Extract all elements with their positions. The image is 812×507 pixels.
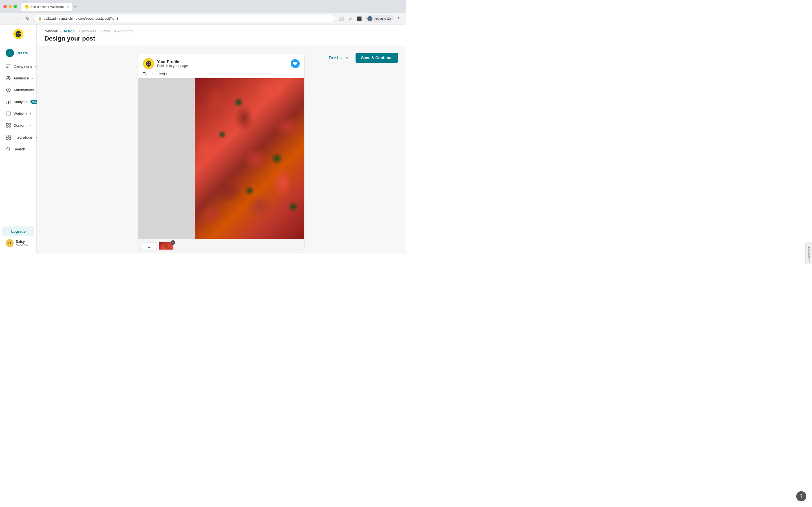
svg-rect-13 (10, 100, 10, 104)
svg-point-16 (8, 112, 8, 113)
tab-title: Social posts | Mailchimp (31, 5, 65, 8)
sidebar-item-audience[interactable]: Audience ▾ (2, 72, 34, 83)
minimize-button[interactable] (8, 5, 12, 8)
integrations-label: Integrations (13, 135, 33, 139)
mailchimp-logo[interactable] (0, 29, 36, 44)
user-profile[interactable]: D Daisy Mood Joy (2, 236, 34, 250)
user-info: Daisy Mood Joy (16, 240, 28, 247)
sidebar: Create Campaigns ▾ (0, 24, 37, 253)
browser-nav: ← → ↻ 🔒 us21.admin.mailchimp.com/social-… (0, 13, 406, 24)
add-image-button[interactable]: + Add (142, 242, 156, 250)
thumbnail-strip: + Add × (139, 239, 304, 250)
sidebar-item-search[interactable]: Search (2, 144, 34, 155)
post-profile: Your Profile Publish to your page (143, 58, 188, 69)
campaigns-label: Campaigns (13, 64, 32, 68)
post-image-container (139, 78, 304, 239)
incognito-icon: 👤 (367, 16, 372, 21)
breadcrumb-customize[interactable]: Customize (79, 29, 96, 33)
upgrade-button[interactable]: Upgrade (2, 226, 34, 236)
address-bar[interactable]: 🔒 us21.admin.mailchimp.com/social-posts/… (34, 15, 335, 22)
user-name: Daisy (16, 240, 28, 244)
svg-point-6 (19, 33, 19, 34)
sidebar-item-automations[interactable]: Automations ▾ (2, 84, 34, 96)
campaigns-arrow: ▾ (35, 65, 36, 68)
sidebar-item-content[interactable]: Content ▾ (2, 120, 34, 131)
svg-rect-19 (6, 126, 8, 127)
audience-icon (6, 75, 11, 81)
profile-name: Your Profile (157, 59, 188, 64)
reload-button[interactable]: ↻ (24, 15, 32, 22)
svg-rect-22 (9, 135, 11, 137)
svg-point-7 (20, 33, 21, 34)
user-subtitle: Mood Joy (16, 244, 28, 247)
traffic-lights (3, 5, 17, 8)
website-label: Website (13, 112, 27, 116)
svg-point-27 (146, 61, 151, 67)
new-tab-button[interactable]: + (72, 2, 78, 11)
url-text: us21.admin.mailchimp.com/social-posts/ed… (44, 17, 331, 20)
integrations-icon (6, 134, 11, 140)
svg-point-9 (9, 76, 10, 78)
svg-rect-18 (9, 123, 10, 125)
save-continue-button[interactable]: Save & Continue (356, 53, 398, 63)
profile-info: Your Profile Publish to your page (157, 59, 188, 68)
plus-icon: + (148, 245, 151, 250)
breadcrumb-sep-2: › (77, 29, 78, 33)
menu-icon[interactable]: ⋮ (395, 15, 403, 22)
create-icon (6, 49, 14, 57)
svg-point-5 (17, 33, 17, 34)
search-icon (6, 146, 11, 152)
cast-icon[interactable]: ⬜ (338, 15, 345, 22)
breadcrumb-sep-1: › (60, 29, 61, 33)
svg-point-15 (7, 112, 7, 113)
incognito-button[interactable]: 👤 Incognito (2) (364, 15, 394, 22)
audience-arrow: ▾ (32, 76, 33, 80)
svg-point-32 (150, 63, 151, 63)
svg-rect-21 (6, 135, 8, 137)
sidebar-bottom: Upgrade D Daisy Mood Joy (0, 223, 36, 253)
breadcrumb-sep-3: › (98, 29, 99, 33)
bookmark-icon[interactable]: ☆ (347, 15, 354, 22)
twitter-icon (291, 59, 300, 68)
svg-point-8 (7, 76, 9, 78)
profile-avatar (143, 58, 154, 69)
create-label: Create (16, 51, 28, 55)
sidebar-item-integrations[interactable]: Integrations ▾ (2, 131, 34, 143)
svg-rect-17 (6, 123, 8, 125)
sidebar-item-website[interactable]: Website ▾ (2, 108, 34, 119)
active-tab[interactable]: Social posts | Mailchimp × (21, 3, 72, 11)
search-label: Search (13, 147, 31, 151)
svg-point-2 (15, 31, 21, 37)
thumbnail-remove-button[interactable]: × (170, 240, 175, 245)
forward-button[interactable]: → (13, 15, 21, 22)
content-label: Content (13, 123, 27, 128)
profile-sub: Publish to your page (157, 64, 188, 68)
breadcrumb-schedule[interactable]: Schedule & Confirm (101, 29, 134, 33)
nav-actions: ⬜ ☆ ⬛ 👤 Incognito (2) ⋮ (338, 15, 403, 22)
back-button[interactable]: ← (3, 15, 11, 22)
post-preview-card: Your Profile Publish to your page This i… (138, 54, 305, 250)
incognito-label: Incognito (2) (373, 17, 391, 20)
sidebar-item-campaigns[interactable]: Campaigns ▾ (2, 61, 34, 72)
svg-rect-11 (6, 102, 7, 104)
sidebar-item-analytics[interactable]: Analytics New ▾ (2, 96, 34, 107)
audience-label: Audience (13, 76, 29, 80)
finish-later-button[interactable]: Finish later (324, 53, 352, 62)
split-screen-icon[interactable]: ⬛ (356, 15, 363, 22)
breadcrumb-network[interactable]: Network (45, 29, 58, 33)
website-icon (6, 111, 11, 116)
svg-rect-23 (6, 137, 8, 139)
svg-rect-24 (9, 137, 11, 139)
maximize-button[interactable] (13, 5, 17, 8)
close-button[interactable] (3, 5, 7, 8)
svg-point-30 (147, 62, 148, 63)
browser-tabs: Social posts | Mailchimp × + (21, 2, 403, 11)
tab-close-icon[interactable]: × (66, 4, 69, 9)
user-avatar: D (6, 239, 13, 247)
breadcrumb-design[interactable]: Design (63, 29, 75, 33)
create-button[interactable]: Create (2, 46, 34, 60)
main-content: Network › Design › Customize › Schedule … (37, 24, 406, 253)
svg-rect-20 (9, 126, 10, 127)
app: Create Campaigns ▾ (0, 24, 406, 253)
browser-titlebar: Social posts | Mailchimp × + (0, 0, 406, 13)
